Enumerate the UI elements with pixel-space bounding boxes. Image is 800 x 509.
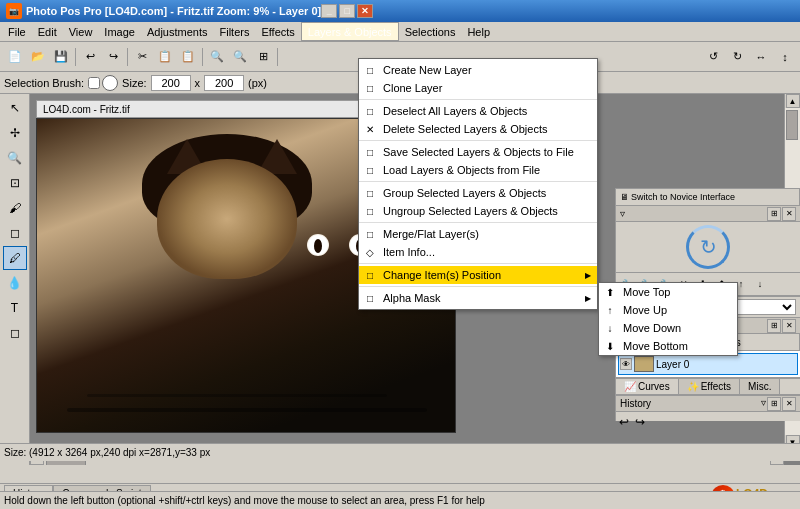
position-submenu: ⬆ Move Top ↑ Move Up ↓ Move Down ⬇ Move …: [598, 282, 738, 356]
app-icon: 📷: [6, 3, 22, 19]
panel-btn-2[interactable]: ✕: [782, 207, 796, 221]
tool-select[interactable]: ↖: [3, 96, 27, 120]
maximize-button[interactable]: □: [339, 4, 355, 18]
redo-button[interactable]: ↪: [102, 46, 124, 68]
move-top-icon: ⬆: [603, 285, 617, 299]
menu-deselect-all[interactable]: □ Deselect All Layers & Objects: [359, 102, 597, 120]
layer-tool-8[interactable]: ↓: [751, 275, 769, 293]
bottom-section: 📈 Curves ✨ Effects Misc.: [616, 378, 800, 395]
menu-load-layers[interactable]: □ Load Layers & Objects from File: [359, 161, 597, 179]
open-button[interactable]: 📂: [27, 46, 49, 68]
ungroup-icon: □: [363, 204, 377, 218]
tool-selection-brush[interactable]: 🖊: [3, 246, 27, 270]
rotate-icon[interactable]: ↻: [686, 225, 730, 269]
layer-name: Layer 0: [656, 359, 689, 370]
menu-view[interactable]: View: [63, 22, 99, 41]
menu-file[interactable]: File: [2, 22, 32, 41]
tool-brush[interactable]: 🖌: [3, 196, 27, 220]
menu-delete-selected[interactable]: ✕ Delete Selected Layers & Objects: [359, 120, 597, 138]
size-label: Size:: [122, 77, 146, 89]
tool-eraser[interactable]: ◻: [3, 221, 27, 245]
menu-section-3: □ Save Selected Layers & Objects to File…: [359, 141, 597, 182]
panel-icon-group-1: ⊞ ✕: [767, 207, 796, 221]
cut-button[interactable]: ✂: [131, 46, 153, 68]
layer-row-0[interactable]: 👁 Layer 0: [618, 353, 798, 375]
size-x-input[interactable]: [151, 75, 191, 91]
menu-create-new-layer[interactable]: □ Create New Layer: [359, 61, 597, 79]
panel-btn-4[interactable]: ✕: [782, 319, 796, 333]
undo-button[interactable]: ↩: [79, 46, 101, 68]
history-btn-1[interactable]: ⊞: [767, 397, 781, 411]
effects-icon: ✨: [687, 381, 699, 392]
undo-history-btn[interactable]: ↩: [618, 414, 630, 430]
image-title: LO4D.com - Fritz.tif: [43, 104, 130, 115]
rotate-right[interactable]: ↻: [726, 46, 748, 68]
flip-h[interactable]: ↔: [750, 46, 772, 68]
menu-filters[interactable]: Filters: [213, 22, 255, 41]
selection-circle[interactable]: [102, 75, 118, 91]
menu-layers-objects[interactable]: Layers & Objects: [301, 22, 399, 41]
history-header: History ▿ ⊞ ✕: [616, 396, 800, 412]
menu-alpha-mask[interactable]: □ Alpha Mask: [359, 289, 597, 307]
panel-btn-1[interactable]: ⊞: [767, 207, 781, 221]
tab-curves[interactable]: 📈 Curves: [616, 379, 679, 394]
menu-adjustments[interactable]: Adjustments: [141, 22, 214, 41]
tool-move[interactable]: ✢: [3, 121, 27, 145]
tool-shape[interactable]: ◻: [3, 321, 27, 345]
save-layers-icon: □: [363, 145, 377, 159]
minimize-button[interactable]: _: [321, 4, 337, 18]
panel-btn-3[interactable]: ⊞: [767, 319, 781, 333]
menu-merge-flat[interactable]: □ Merge/Flat Layer(s): [359, 225, 597, 243]
tab-effects[interactable]: ✨ Effects: [679, 379, 740, 394]
menu-help[interactable]: Help: [461, 22, 496, 41]
submenu-move-down[interactable]: ↓ Move Down: [599, 319, 737, 337]
menu-clone-layer[interactable]: □ Clone Layer: [359, 79, 597, 97]
layer-visibility-icon[interactable]: 👁: [620, 358, 632, 370]
save-button[interactable]: 💾: [50, 46, 72, 68]
size-y-input[interactable]: [204, 75, 244, 91]
menu-selections[interactable]: Selections: [399, 22, 462, 41]
paste-button[interactable]: 📋: [177, 46, 199, 68]
menu-edit[interactable]: Edit: [32, 22, 63, 41]
title-text: Photo Pos Pro [LO4D.com] - Fritz.tif Zoo…: [26, 5, 321, 17]
copy-button[interactable]: 📋: [154, 46, 176, 68]
cat-eye-left: [307, 234, 329, 256]
menu-effects[interactable]: Effects: [255, 22, 300, 41]
curves-icon: 📈: [624, 381, 636, 392]
tool-eyedrop[interactable]: 💧: [3, 271, 27, 295]
tab-misc[interactable]: Misc.: [740, 379, 780, 394]
fit-button[interactable]: ⊞: [252, 46, 274, 68]
selection-checkbox[interactable]: [88, 77, 100, 89]
tool-text[interactable]: T: [3, 296, 27, 320]
menu-image[interactable]: Image: [98, 22, 141, 41]
rotate-left[interactable]: ↺: [702, 46, 724, 68]
tool-crop[interactable]: ⊡: [3, 171, 27, 195]
history-section: History ▿ ⊞ ✕ ↩ ↪: [616, 395, 800, 432]
submenu-move-up[interactable]: ↑ Move Up: [599, 301, 737, 319]
submenu-move-bottom[interactable]: ⬇ Move Bottom: [599, 337, 737, 355]
novice-interface-button[interactable]: 🖥 Switch to Novice Interface: [615, 188, 800, 206]
submenu-move-top[interactable]: ⬆ Move Top: [599, 283, 737, 301]
history-controls: ▿ ⊞ ✕: [761, 397, 796, 411]
toolbar-separator-2: [127, 48, 128, 66]
toolbar-separator-4: [277, 48, 278, 66]
menu-change-position[interactable]: □ Change Item(s) Position: [359, 266, 597, 284]
history-btn-2[interactable]: ✕: [782, 397, 796, 411]
zoom-out[interactable]: 🔍: [229, 46, 251, 68]
merge-icon: □: [363, 227, 377, 241]
scroll-up-button[interactable]: ▲: [786, 94, 800, 108]
new-button[interactable]: 📄: [4, 46, 26, 68]
flip-v[interactable]: ↕: [774, 46, 796, 68]
zoom-in[interactable]: 🔍: [206, 46, 228, 68]
close-button[interactable]: ✕: [357, 4, 373, 18]
group-icon: □: [363, 186, 377, 200]
menu-save-layers[interactable]: □ Save Selected Layers & Objects to File: [359, 143, 597, 161]
menu-item-info[interactable]: ◇ Item Info...: [359, 243, 597, 261]
menu-ungroup-layers[interactable]: □ Ungroup Selected Layers & Objects: [359, 202, 597, 220]
status-text: Size: (4912 x 3264 px,240 dpi x=2871,y=3…: [4, 447, 210, 458]
menu-group-layers[interactable]: □ Group Selected Layers & Objects: [359, 184, 597, 202]
redo-history-btn[interactable]: ↪: [634, 414, 646, 430]
help-bar: Hold down the left button (optional +shi…: [0, 491, 800, 509]
v-scroll-thumb[interactable]: [786, 110, 798, 140]
tool-zoom[interactable]: 🔍: [3, 146, 27, 170]
